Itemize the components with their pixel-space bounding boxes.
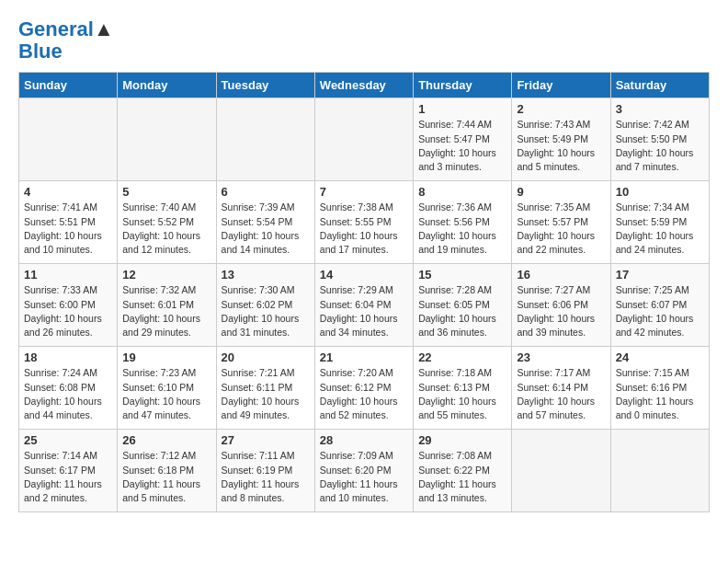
day-info: Sunrise: 7:11 AM Sunset: 6:19 PM Dayligh… [222,449,310,505]
weekday-header: Saturday [610,73,709,98]
day-info: Sunrise: 7:21 AM Sunset: 6:11 PM Dayligh… [222,366,310,422]
weekday-header: Thursday [414,73,512,98]
calendar-cell: 14Sunrise: 7:29 AM Sunset: 6:04 PM Dayli… [314,264,413,347]
calendar-cell: 21Sunrise: 7:20 AM Sunset: 6:12 PM Dayli… [314,347,413,430]
day-number: 10 [616,185,704,199]
day-info: Sunrise: 7:35 AM Sunset: 5:57 PM Dayligh… [517,201,605,257]
calendar-cell: 7Sunrise: 7:38 AM Sunset: 5:55 PM Daylig… [314,181,413,264]
calendar-cell: 22Sunrise: 7:18 AM Sunset: 6:13 PM Dayli… [414,347,512,430]
day-number: 17 [616,268,704,282]
calendar-cell: 15Sunrise: 7:28 AM Sunset: 6:05 PM Dayli… [414,264,512,347]
day-info: Sunrise: 7:34 AM Sunset: 5:59 PM Dayligh… [616,201,704,257]
calendar-cell: 4Sunrise: 7:41 AM Sunset: 5:51 PM Daylig… [19,181,118,264]
day-info: Sunrise: 7:08 AM Sunset: 6:22 PM Dayligh… [418,449,506,505]
calendar-week-row: 1Sunrise: 7:44 AM Sunset: 5:47 PM Daylig… [19,98,710,181]
day-number: 4 [24,185,112,199]
calendar-cell: 13Sunrise: 7:30 AM Sunset: 6:02 PM Dayli… [216,264,314,347]
day-number: 24 [616,350,704,364]
day-info: Sunrise: 7:15 AM Sunset: 6:16 PM Dayligh… [616,366,704,422]
calendar-cell [512,430,610,512]
day-number: 21 [320,350,408,364]
day-number: 6 [222,185,310,199]
calendar-body: 1Sunrise: 7:44 AM Sunset: 5:47 PM Daylig… [19,98,710,512]
calendar-cell: 16Sunrise: 7:27 AM Sunset: 6:06 PM Dayli… [512,264,610,347]
day-info: Sunrise: 7:25 AM Sunset: 6:07 PM Dayligh… [616,283,704,339]
day-info: Sunrise: 7:24 AM Sunset: 6:08 PM Dayligh… [24,366,112,422]
day-info: Sunrise: 7:20 AM Sunset: 6:12 PM Dayligh… [320,366,408,422]
calendar-cell: 19Sunrise: 7:23 AM Sunset: 6:10 PM Dayli… [118,347,216,430]
day-info: Sunrise: 7:44 AM Sunset: 5:47 PM Dayligh… [418,118,506,174]
logo-text: General▲ [18,18,114,40]
day-number: 11 [24,268,112,282]
day-info: Sunrise: 7:30 AM Sunset: 6:02 PM Dayligh… [222,283,310,339]
calendar-cell: 28Sunrise: 7:09 AM Sunset: 6:20 PM Dayli… [314,430,413,512]
day-number: 1 [418,102,506,116]
day-number: 15 [418,268,506,282]
calendar-cell [314,98,413,181]
day-number: 22 [418,350,506,364]
calendar-cell [610,430,709,512]
day-info: Sunrise: 7:12 AM Sunset: 6:18 PM Dayligh… [122,449,210,505]
day-number: 5 [122,185,210,199]
calendar-cell: 24Sunrise: 7:15 AM Sunset: 6:16 PM Dayli… [610,347,709,430]
calendar-week-row: 11Sunrise: 7:33 AM Sunset: 6:00 PM Dayli… [19,264,710,347]
day-info: Sunrise: 7:18 AM Sunset: 6:13 PM Dayligh… [418,366,506,422]
day-number: 3 [616,102,704,116]
calendar-week-row: 4Sunrise: 7:41 AM Sunset: 5:51 PM Daylig… [19,181,710,264]
calendar-cell: 17Sunrise: 7:25 AM Sunset: 6:07 PM Dayli… [610,264,709,347]
day-number: 18 [24,350,112,364]
day-info: Sunrise: 7:28 AM Sunset: 6:05 PM Dayligh… [418,283,506,339]
day-number: 12 [122,268,210,282]
calendar-cell: 27Sunrise: 7:11 AM Sunset: 6:19 PM Dayli… [216,430,314,512]
day-number: 13 [222,268,310,282]
day-info: Sunrise: 7:29 AM Sunset: 6:04 PM Dayligh… [320,283,408,339]
calendar-cell: 3Sunrise: 7:42 AM Sunset: 5:50 PM Daylig… [610,98,709,181]
calendar-cell: 2Sunrise: 7:43 AM Sunset: 5:49 PM Daylig… [512,98,610,181]
day-info: Sunrise: 7:42 AM Sunset: 5:50 PM Dayligh… [616,118,704,174]
day-number: 29 [418,433,506,447]
weekday-header: Sunday [19,73,118,98]
weekday-header: Monday [118,73,216,98]
day-info: Sunrise: 7:09 AM Sunset: 6:20 PM Dayligh… [320,449,408,505]
day-number: 25 [24,433,112,447]
calendar-cell [216,98,314,181]
day-info: Sunrise: 7:17 AM Sunset: 6:14 PM Dayligh… [517,366,605,422]
page-header: General▲ Blue [18,18,710,63]
day-info: Sunrise: 7:27 AM Sunset: 6:06 PM Dayligh… [517,283,605,339]
day-number: 23 [517,350,605,364]
day-info: Sunrise: 7:33 AM Sunset: 6:00 PM Dayligh… [24,283,112,339]
day-number: 7 [320,185,408,199]
day-number: 20 [222,350,310,364]
calendar-cell: 10Sunrise: 7:34 AM Sunset: 5:59 PM Dayli… [610,181,709,264]
calendar-cell: 29Sunrise: 7:08 AM Sunset: 6:22 PM Dayli… [414,430,512,512]
day-info: Sunrise: 7:38 AM Sunset: 5:55 PM Dayligh… [320,201,408,257]
day-info: Sunrise: 7:41 AM Sunset: 5:51 PM Dayligh… [24,201,112,257]
day-number: 26 [122,433,210,447]
day-number: 14 [320,268,408,282]
calendar-cell: 6Sunrise: 7:39 AM Sunset: 5:54 PM Daylig… [216,181,314,264]
day-number: 28 [320,433,408,447]
weekday-header: Wednesday [314,73,413,98]
calendar-cell: 8Sunrise: 7:36 AM Sunset: 5:56 PM Daylig… [414,181,512,264]
day-info: Sunrise: 7:40 AM Sunset: 5:52 PM Dayligh… [122,201,210,257]
day-number: 2 [517,102,605,116]
calendar-cell: 25Sunrise: 7:14 AM Sunset: 6:17 PM Dayli… [19,430,118,512]
calendar-cell: 11Sunrise: 7:33 AM Sunset: 6:00 PM Dayli… [19,264,118,347]
calendar-cell: 5Sunrise: 7:40 AM Sunset: 5:52 PM Daylig… [118,181,216,264]
calendar-week-row: 25Sunrise: 7:14 AM Sunset: 6:17 PM Dayli… [19,430,710,512]
calendar-cell: 1Sunrise: 7:44 AM Sunset: 5:47 PM Daylig… [414,98,512,181]
calendar-week-row: 18Sunrise: 7:24 AM Sunset: 6:08 PM Dayli… [19,347,710,430]
calendar-cell [118,98,216,181]
day-number: 19 [122,350,210,364]
calendar-table: SundayMondayTuesdayWednesdayThursdayFrid… [18,72,710,512]
calendar-cell: 12Sunrise: 7:32 AM Sunset: 6:01 PM Dayli… [118,264,216,347]
day-info: Sunrise: 7:36 AM Sunset: 5:56 PM Dayligh… [418,201,506,257]
calendar-cell [19,98,118,181]
day-info: Sunrise: 7:32 AM Sunset: 6:01 PM Dayligh… [122,283,210,339]
day-info: Sunrise: 7:23 AM Sunset: 6:10 PM Dayligh… [122,366,210,422]
weekday-header: Friday [512,73,610,98]
day-number: 27 [222,433,310,447]
calendar-header-row: SundayMondayTuesdayWednesdayThursdayFrid… [19,73,710,98]
day-info: Sunrise: 7:14 AM Sunset: 6:17 PM Dayligh… [24,449,112,505]
day-info: Sunrise: 7:43 AM Sunset: 5:49 PM Dayligh… [517,118,605,174]
